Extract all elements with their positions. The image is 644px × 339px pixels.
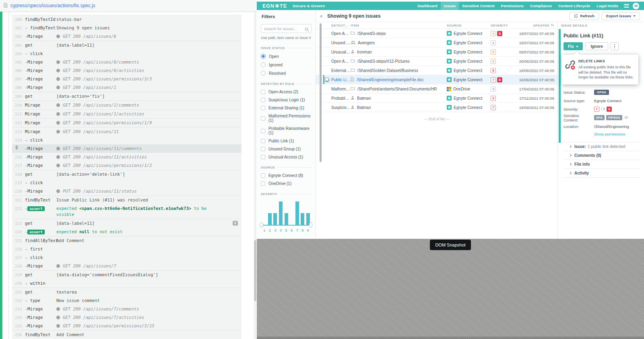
nav-item-legal-holds[interactable]: Legal Holds <box>593 2 621 10</box>
nav-item-content-lifecycle[interactable]: Content Lifecycle <box>555 2 593 10</box>
nav-item-permissions[interactable]: Permissions <box>498 2 527 10</box>
issue-row[interactable]: Public Link/Shared/Engineering/exampleFi… <box>316 75 557 84</box>
nav-item-compliance[interactable]: Compliance <box>527 2 555 10</box>
command-row[interactable]: 203get[data-label=11] <box>12 41 242 49</box>
column-header-severity[interactable]: SEVERITY <box>491 24 515 27</box>
issue-row[interactable]: Open Access/Shared/3-stepsEgnyte Connect… <box>316 29 557 38</box>
checkbox[interactable] <box>261 147 265 151</box>
command-row[interactable]: 228-MirageGET 200 /api/issues/7 <box>12 262 242 270</box>
checkbox[interactable] <box>261 155 265 159</box>
command-row[interactable]: 227- click <box>12 253 242 262</box>
details-section-activity[interactable]: Activity <box>564 169 640 178</box>
column-header-updated[interactable]: UPDATED <box>515 23 557 28</box>
column-header-item[interactable]: ITEM <box>351 24 447 27</box>
filter-option-public-link-1[interactable]: Public Link (1) <box>261 139 312 143</box>
command-row[interactable]: 229get[data-dialog='commentFixedIssuesDi… <box>12 270 242 279</box>
radio-button[interactable] <box>261 54 266 59</box>
user-avatar[interactable]: JD <box>633 3 639 9</box>
command-row[interactable]: 218get[data-action='delete-link'] <box>12 170 242 179</box>
eye-icon[interactable] <box>624 115 629 120</box>
filter-option-resolved[interactable]: Resolved <box>261 71 312 76</box>
severity-slider-handle-right[interactable] <box>309 222 312 228</box>
checkbox[interactable] <box>261 173 265 178</box>
show-permissions-link[interactable]: Show permissions <box>594 132 640 136</box>
export-issues-button[interactable]: Export issues <box>602 12 640 20</box>
command-row[interactable]: 208-MirageGET 200 /api/issues/1 <box>12 83 242 92</box>
ignore-button[interactable]: Ignore <box>585 42 608 50</box>
hamburger-menu-icon[interactable] <box>624 4 629 8</box>
radio-button[interactable] <box>261 71 266 76</box>
details-section-file-info[interactable]: File info <box>564 160 640 169</box>
command-row[interactable]: 216-MirageGET 200 /api/issues/11/activit… <box>12 153 242 161</box>
severity-slider-handle-left[interactable] <box>260 222 263 228</box>
row-checkbox[interactable] <box>325 78 329 82</box>
filter-option-open-access-2[interactable]: Open Access (2) <box>261 90 312 94</box>
collapse-filters-button[interactable]: « <box>318 13 325 19</box>
checkbox[interactable] <box>261 90 265 94</box>
command-row[interactable]: -MirageGET 200 /api/issues/11/comments <box>12 144 242 153</box>
command-row[interactable]: 226- first <box>12 245 242 253</box>
command-row[interactable]: 235-MirageGET 200 /api/issues/permission… <box>12 322 242 330</box>
column-header-source[interactable]: SOURCE <box>447 24 491 27</box>
command-row[interactable]: 222-assertexpected <span.css-ht6o6e-Noti… <box>12 204 242 219</box>
filter-option-probable-ransomware-1[interactable]: Probable Ransomware (1) <box>261 126 312 135</box>
command-row[interactable]: 219- click <box>12 179 242 187</box>
command-row[interactable]: 207-MirageGET 200 /api/issues/permission… <box>12 75 242 83</box>
command-row[interactable]: 204- click <box>12 49 242 58</box>
command-row[interactable]: 210MirageGET 200 /api/issues/1/comments <box>12 101 242 109</box>
command-row[interactable]: 224-assertexpected null to not exist <box>12 228 242 236</box>
list-scrollbar[interactable] <box>320 23 322 162</box>
command-row[interactable]: 234-MirageGET 200 /api/issues/7/activiti… <box>12 313 242 322</box>
checkbox[interactable] <box>261 129 265 133</box>
command-row[interactable]: 213MirageGET 200 /api/issues/11 <box>12 127 242 136</box>
checkbox[interactable] <box>261 181 265 186</box>
nav-item-dashboard[interactable]: Dashboard <box>414 2 441 10</box>
pin-icon[interactable] <box>12 146 25 152</box>
issue-row[interactable]: Suspicious LoginBatmanEgnyte Connect719/… <box>316 103 557 112</box>
command-row[interactable]: 233-MirageGET 200 /api/issues/7/comments <box>12 305 242 313</box>
radio-button[interactable] <box>261 62 266 67</box>
spec-path[interactable]: cypress/specs/issues/actions/fix.spec.js <box>10 3 95 8</box>
issue-row[interactable]: Open Access/Shared/3-steps/#12-PicturesE… <box>316 57 557 66</box>
command-row[interactable]: 201- findByTextShowing 9 open issues <box>12 24 242 32</box>
checkbox[interactable] <box>261 106 265 110</box>
details-section-issue[interactable]: Issue:1 public link detected <box>564 142 640 151</box>
checkbox[interactable] <box>261 116 265 121</box>
issue-row[interactable]: Probable Ransom...BatmanEgnyte Connect92… <box>316 94 557 103</box>
checkbox[interactable] <box>261 139 265 143</box>
filter-option-ignored[interactable]: Ignored <box>261 62 312 67</box>
command-row[interactable]: 212MirageGET 200 /api/issues/permissions… <box>12 118 242 127</box>
command-row[interactable]: 223get[data-label=11]0 <box>12 219 242 228</box>
command-row[interactable]: 214- click <box>12 136 242 144</box>
nav-item-sensitive-content[interactable]: Sensitive Content <box>459 2 497 10</box>
filter-option-open[interactable]: Open <box>261 54 312 59</box>
command-row[interactable]: 236findByTextAdd Comment <box>12 330 242 339</box>
command-row[interactable]: 230- within <box>12 279 242 288</box>
search-input[interactable] <box>261 24 312 33</box>
cypress-scrollbar[interactable] <box>254 12 256 339</box>
issue-row[interactable]: Unusual AccessIronmanEgnyte Connect509/0… <box>316 47 557 57</box>
command-row[interactable]: 231gettextarea <box>12 288 242 296</box>
filter-option-unused-group-1[interactable]: Unused Group (1) <box>261 147 312 151</box>
command-row[interactable]: 225findAllByTextAdd Comment <box>12 236 242 245</box>
command-row[interactable]: 206-MirageGET 200 /api/issues/6/activiti… <box>12 66 242 75</box>
fix-button[interactable]: Fix <box>564 42 583 50</box>
more-actions-button[interactable] <box>611 42 619 50</box>
details-section-comments-0[interactable]: Comments (0) <box>564 151 640 160</box>
filter-option-external-sharing-1[interactable]: External Sharing (1) <box>261 106 312 110</box>
filter-option-suspicious-login-1[interactable]: Suspicious Login (1) <box>261 98 312 102</box>
command-row[interactable]: 221findByTextIssue Public Link (#11) was… <box>12 195 242 204</box>
filter-option-malformed-permissions-1[interactable]: Malformed Permissions (1) <box>261 114 312 123</box>
filter-option-onedrive-1[interactable]: OneDrive (1) <box>261 181 312 186</box>
issue-row[interactable]: External Sharing/Shared/Golden Dataset/B… <box>316 66 557 75</box>
command-row[interactable]: 211MirageGET 200 /api/issues/1/activitie… <box>12 109 242 118</box>
command-row[interactable]: 232- typeNew issue comment <box>12 296 242 305</box>
command-row[interactable]: 202-MirageGET 200 /api/issues/6 <box>12 32 242 41</box>
command-row[interactable]: 209get[data-action='fix'] <box>12 92 242 101</box>
checkbox[interactable] <box>261 98 265 102</box>
filter-option-unusual-access-1[interactable]: Unusual Access (1) <box>261 155 312 159</box>
nav-item-issues[interactable]: Issues <box>441 2 459 10</box>
cypress-scrollbar-thumb[interactable] <box>254 240 256 301</box>
fix-dropdown-popover[interactable]: DELETE LINKS All existing public links t… <box>562 55 638 84</box>
filter-option-egnyte-connect-8[interactable]: Egnyte Connect (8) <box>261 173 312 178</box>
